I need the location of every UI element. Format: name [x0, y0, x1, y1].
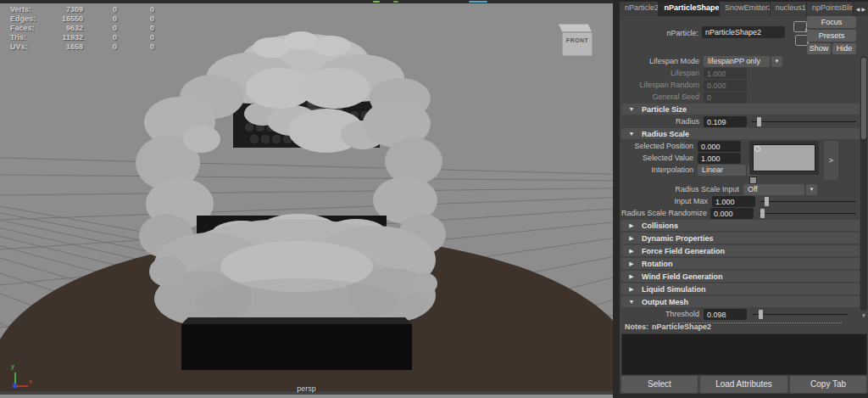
- pin-tab-icon[interactable]: [793, 21, 807, 32]
- selected-value-label: Selected Value: [621, 153, 698, 164]
- section-force-field-generation[interactable]: ▶ Force Field Generation: [621, 245, 860, 256]
- tab-scroll-left-icon[interactable]: ◀: [856, 6, 860, 12]
- ramp-curve-area[interactable]: [753, 144, 815, 171]
- selected-value-input[interactable]: [698, 153, 741, 164]
- ramp-key-marker[interactable]: [754, 146, 760, 152]
- slider-handle[interactable]: [760, 209, 765, 218]
- interpolation-label: Interpolation: [621, 165, 698, 176]
- attribute-editor-tabs: nParticle2 nParticleShape2 SnowEmitter2 …: [620, 0, 868, 16]
- radius-slider[interactable]: [752, 116, 856, 127]
- triangle-open-icon: ▼: [621, 106, 642, 112]
- general-seed-label: General Seed: [621, 92, 704, 103]
- threshold-row: Threshold: [621, 309, 860, 320]
- lifespan-random-label: Lifespan Random: [621, 80, 704, 91]
- radius-scale-input-dropdown[interactable]: Off: [743, 184, 804, 195]
- perspective-viewport[interactable]: Verts:730900 Edges:1655000 Faces:963200 …: [0, 3, 613, 391]
- nparticle-field-label: nParticle:: [666, 29, 698, 37]
- hide-button[interactable]: Hide: [832, 43, 856, 54]
- input-max-input[interactable]: [712, 196, 755, 207]
- section-particle-size[interactable]: ▼ Particle Size: [621, 104, 860, 115]
- scrollbar-thumb[interactable]: [861, 58, 866, 139]
- attribute-editor-header: nParticle: Focus Presets Show Hide: [620, 16, 868, 56]
- lifespan-mode-dropdown[interactable]: lifespanPP only: [704, 56, 770, 67]
- tab-snowemitter2[interactable]: SnowEmitter2: [720, 2, 771, 16]
- copy-tab-button[interactable]: Copy Tab: [790, 376, 866, 393]
- lifespan-label: Lifespan: [621, 68, 704, 79]
- general-seed-input: [704, 92, 747, 103]
- section-radius-scale[interactable]: ▼ Radius Scale: [621, 128, 860, 139]
- attribute-editor: nParticle2 nParticleShape2 SnowEmitter2 …: [620, 0, 868, 398]
- tab-nucleus1[interactable]: nucleus1: [771, 2, 807, 16]
- radius-scale-randomize-slider[interactable]: [759, 208, 856, 219]
- input-max-row: Input Max: [621, 196, 860, 207]
- lifespan-random-input: [704, 80, 747, 91]
- load-attributes-button[interactable]: Load Attributes: [700, 376, 787, 393]
- chevron-down-icon[interactable]: ▼: [806, 184, 817, 195]
- scrollbar-down-icon[interactable]: ▼: [860, 312, 867, 319]
- footer-buttons: Select Load Attributes Copy Tab: [621, 376, 866, 393]
- hud-row: Tris:1193200: [10, 33, 154, 42]
- notes-textarea[interactable]: [621, 334, 867, 375]
- toolbar-mark-green: [373, 1, 380, 3]
- footer-strip: [620, 394, 868, 398]
- threshold-label: Threshold: [621, 309, 704, 320]
- view-cube-label[interactable]: FRONT: [562, 37, 593, 43]
- radius-scale-ramp-group: Selected Position Selected Value Interpo…: [621, 141, 860, 180]
- selected-position-label: Selected Position: [621, 141, 698, 152]
- focus-button[interactable]: Focus: [807, 16, 856, 28]
- threshold-slider[interactable]: [752, 309, 848, 320]
- tab-scroll-right-icon[interactable]: ▶: [861, 6, 865, 12]
- triangle-closed-icon: ▶: [621, 222, 642, 229]
- section-wind-field-generation[interactable]: ▶ Wind Field Generation: [621, 271, 860, 282]
- lifespan-mode-row: Lifespan Mode lifespanPP only ▼: [621, 56, 860, 67]
- select-button[interactable]: Select: [621, 376, 698, 393]
- section-output-mesh[interactable]: ▼ Output Mesh: [621, 296, 860, 307]
- ramp-expand-button[interactable]: >: [824, 141, 838, 180]
- section-rotation[interactable]: ▶ Rotation: [621, 258, 860, 269]
- interpolation-dropdown[interactable]: Linear: [698, 165, 746, 176]
- section-collisions[interactable]: ▶ Collisions: [621, 220, 860, 231]
- slider-handle[interactable]: [759, 310, 763, 319]
- threshold-input[interactable]: [704, 309, 747, 320]
- section-dynamic-properties[interactable]: ▶ Dynamic Properties: [621, 233, 860, 244]
- triangle-open-icon: ▼: [621, 131, 642, 137]
- radius-row: Radius: [621, 116, 860, 127]
- tab-nparticle2[interactable]: nParticle2: [620, 2, 659, 16]
- chevron-down-icon[interactable]: ▼: [771, 56, 782, 67]
- slider-handle[interactable]: [757, 117, 761, 126]
- section-liquid-simulation[interactable]: ▶ Liquid Simulation: [621, 283, 860, 294]
- ramp-checkbox[interactable]: [749, 177, 757, 184]
- lifespan-row: Lifespan: [621, 68, 860, 79]
- triangle-closed-icon: ▶: [621, 286, 642, 293]
- axis-y-label: y: [11, 363, 14, 369]
- tab-nppointsblinn[interactable]: npPointsBlin: [807, 2, 854, 16]
- lifespan-random-row: Lifespan Random: [621, 80, 860, 91]
- heads-up-display: Verts:730900 Edges:1655000 Faces:963200 …: [10, 5, 154, 52]
- hud-row: Faces:963200: [10, 24, 154, 33]
- hud-row: UVs:165800: [10, 42, 154, 52]
- input-max-label: Input Max: [621, 196, 712, 207]
- viewport-scene: [0, 3, 613, 391]
- radius-scale-input-row: Radius Scale Input Off ▼: [621, 184, 860, 195]
- tab-nparticleshape2[interactable]: nParticleShape2: [659, 2, 720, 16]
- selected-position-input[interactable]: [698, 141, 741, 152]
- input-max-slider[interactable]: [760, 196, 856, 207]
- radius-label: Radius: [621, 116, 704, 127]
- panel-scrollbar[interactable]: [860, 56, 867, 311]
- notes-label: Notes:: [625, 322, 648, 331]
- triangle-closed-icon: ▶: [621, 273, 642, 280]
- radius-scale-ramp-widget[interactable]: [749, 141, 819, 175]
- axis-x-label: x: [29, 378, 32, 384]
- hud-row: Verts:730900: [10, 5, 154, 14]
- presets-button[interactable]: Presets: [807, 30, 856, 42]
- slider-handle[interactable]: [765, 197, 769, 206]
- nparticle-name-input[interactable]: [702, 26, 785, 38]
- toolbar-mark-blue: [469, 1, 487, 3]
- radius-scale-randomize-input[interactable]: [710, 208, 754, 219]
- triangle-closed-icon: ▶: [621, 261, 642, 267]
- radius-input[interactable]: [704, 116, 747, 127]
- show-button[interactable]: Show: [807, 43, 831, 54]
- panel-divider: [613, 0, 620, 398]
- triangle-closed-icon: ▶: [621, 248, 642, 255]
- maya-window: Verts:730900 Edges:1655000 Faces:963200 …: [0, 0, 868, 398]
